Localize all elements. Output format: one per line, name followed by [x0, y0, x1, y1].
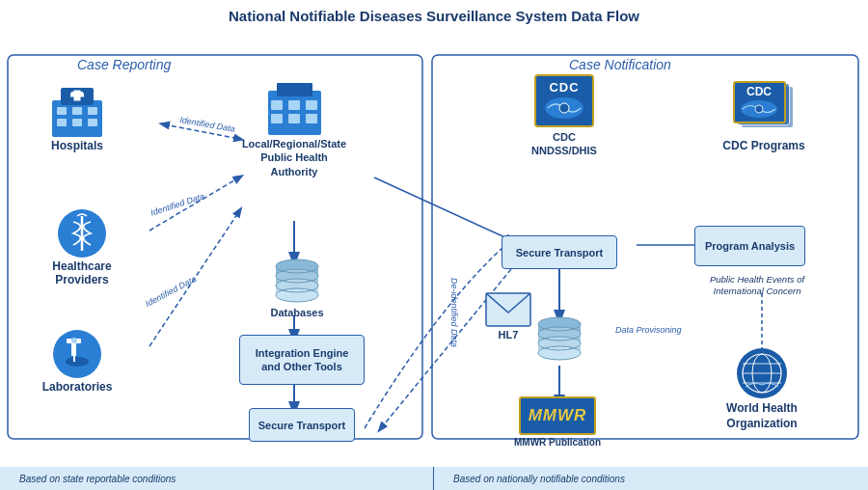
svg-rect-23 [57, 119, 67, 126]
svg-point-69 [755, 105, 763, 113]
footer-left: Based on state reportable conditions [0, 467, 434, 490]
svg-rect-34 [268, 91, 321, 135]
cdc-nndss-logo: CDC [534, 74, 594, 127]
healthcare-icon [54, 206, 110, 259]
svg-point-31 [66, 357, 89, 367]
integration-engine-box: Integration Engineand Other Tools [239, 335, 365, 385]
svg-rect-38 [306, 100, 317, 110]
health-authority-icon [263, 81, 326, 137]
svg-rect-24 [72, 119, 82, 126]
who-icon [734, 346, 790, 399]
hospital-icon [47, 86, 107, 139]
integration-engine-label: Integration Engineand Other Tools [252, 342, 353, 378]
de-identified-label: De-identified Data [449, 278, 459, 347]
svg-rect-37 [288, 100, 300, 110]
mmwr-block: MMWR MMWR Publication [495, 396, 620, 448]
healthcare-providers-block: HealthcareProviders [19, 206, 145, 287]
laboratories-block: Laboratories [19, 327, 135, 394]
svg-rect-22 [88, 107, 97, 115]
secure-transport-right-label: Secure Transport [516, 247, 603, 259]
svg-rect-40 [288, 114, 300, 123]
svg-rect-36 [271, 100, 283, 110]
svg-point-28 [53, 330, 101, 378]
laboratories-label: Laboratories [42, 380, 113, 394]
cdc-nndss-block: CDC CDCNNDSS/DHIS [511, 74, 617, 158]
svg-point-55 [559, 103, 569, 113]
cdc-programs-block: CDC CDC Programs [696, 81, 831, 152]
svg-rect-21 [72, 107, 82, 115]
program-analysis-label: Program Analysis [705, 240, 795, 252]
hospitals-label: Hospitals [51, 139, 103, 152]
lab-icon [49, 327, 105, 380]
svg-rect-19 [70, 94, 84, 97]
secure-transport-left-label: Secure Transport [258, 420, 345, 431]
databases-icon [271, 255, 324, 305]
svg-rect-25 [88, 119, 97, 126]
local-authority-block: Local/Regional/StatePublic HealthAuthori… [222, 81, 366, 178]
cdc-programs-label: CDC Programs [722, 139, 804, 152]
svg-point-33 [71, 338, 77, 343]
cdc-programs-logo: CDC [733, 81, 796, 134]
identified-data-label-2: Identified Data [149, 191, 205, 217]
svg-rect-20 [57, 107, 67, 115]
secure-transport-right-box: Secure Transport [502, 235, 617, 269]
identified-data-label-3: Identified Data [144, 274, 198, 309]
databases-block: Databases [258, 255, 336, 318]
svg-rect-39 [271, 114, 283, 123]
mmwr-label: MMWR Publication [514, 437, 601, 448]
program-analysis-box: Program Analysis [694, 226, 805, 266]
healthcare-providers-label: HealthcareProviders [52, 259, 111, 287]
svg-rect-29 [71, 341, 76, 356]
data-provisoning-label: Data Provisoning [615, 325, 682, 335]
who-label: World HealthOrganization [726, 401, 798, 431]
local-authority-label: Local/Regional/StatePublic HealthAuthori… [242, 137, 346, 178]
hospitals-block: Hospitals [19, 86, 135, 152]
who-block: World HealthOrganization [704, 346, 820, 431]
cdc-nndss-label: CDCNNDSS/DHIS [531, 130, 597, 158]
databases-label: Databases [270, 307, 323, 318]
secure-transport-left-box: Secure Transport [249, 408, 355, 442]
cdc-database-icon [533, 313, 586, 363]
case-notification-label: Case Notification [569, 57, 671, 72]
main-title: National Notifiable Diseases Surveillanc… [0, 0, 868, 28]
footer-right: Based on nationally notifiable condition… [434, 467, 868, 490]
cdc-database-block [529, 313, 591, 363]
case-reporting-label: Case Reporting [77, 57, 171, 72]
svg-rect-35 [277, 83, 312, 96]
svg-line-8 [374, 177, 511, 240]
public-health-events: Public Health Events of International Co… [690, 274, 825, 298]
mmwr-logo: MMWR [519, 396, 596, 435]
hl7-label: HL7 [499, 329, 519, 340]
hl7-icon [484, 288, 532, 329]
svg-rect-41 [306, 114, 317, 123]
